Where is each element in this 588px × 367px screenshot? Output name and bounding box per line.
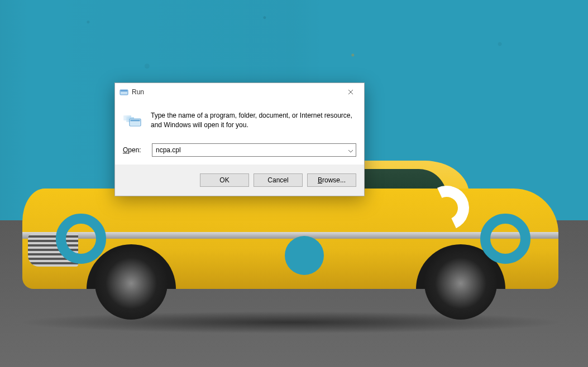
dialog-body: Type the name of a program, folder, docu… <box>115 101 364 165</box>
browse-button[interactable]: Browse... <box>307 173 356 187</box>
titlebar[interactable]: Run <box>115 83 364 101</box>
run-titlebar-icon <box>119 88 128 96</box>
ok-button[interactable]: OK <box>200 173 249 187</box>
close-icon <box>348 89 353 95</box>
titlebar-title: Run <box>132 88 338 96</box>
svg-rect-5 <box>131 120 140 122</box>
button-row: OK Cancel Browse... <box>115 165 364 196</box>
dialog-description: Type the name of a program, folder, docu… <box>151 111 356 131</box>
close-button[interactable] <box>338 84 363 100</box>
open-input[interactable] <box>152 143 356 157</box>
svg-rect-1 <box>121 90 127 91</box>
run-program-icon <box>123 111 143 131</box>
open-label: Open: <box>123 146 145 154</box>
run-dialog: Run <box>114 83 365 196</box>
svg-rect-6 <box>131 122 140 125</box>
open-combobox[interactable] <box>152 143 356 157</box>
cancel-button[interactable]: Cancel <box>254 173 303 187</box>
